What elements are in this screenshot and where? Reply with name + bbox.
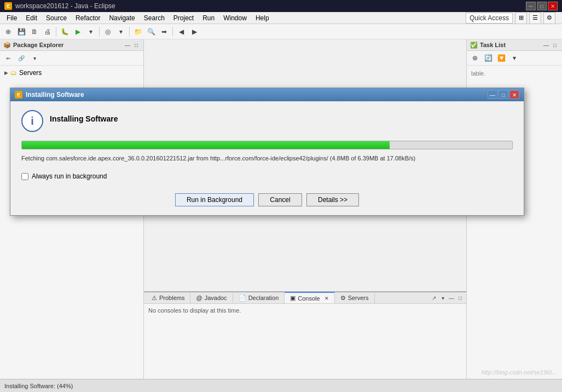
package-explorer-icon: 📦: [3, 42, 11, 49]
dialog-minimize-button[interactable]: —: [488, 90, 497, 99]
checkbox-row: Always run in background: [21, 172, 513, 180]
dialog-close-button[interactable]: ✕: [509, 90, 519, 99]
dialog-maximize-button[interactable]: □: [499, 90, 508, 99]
dialog-body: i Installing Software Fetching com.sales…: [10, 101, 524, 215]
console-options-button[interactable]: ▾: [439, 294, 447, 302]
forward-button[interactable]: ▶: [188, 26, 200, 38]
run-dropdown[interactable]: ▾: [85, 26, 97, 38]
tab-console[interactable]: ▣ Console ✕: [285, 292, 334, 303]
bottom-tab-controls: ↗ ▾ — □: [430, 294, 464, 302]
package-explorer-title: 📦 Package Explorer: [3, 42, 63, 49]
console-close-icon[interactable]: ✕: [325, 296, 329, 301]
javadoc-icon: @: [196, 295, 202, 301]
menu-project[interactable]: Project: [169, 13, 198, 23]
window-title: workspace201612 - Java - Eclipse: [15, 2, 115, 10]
coverage-button[interactable]: ◎: [102, 26, 114, 38]
servers-tree-item[interactable]: ▶ 🗂 Servers: [2, 68, 141, 78]
installing-software-dialog: E Installing Software — □ ✕ i Installing…: [10, 88, 524, 216]
declaration-icon: 📄: [239, 295, 246, 302]
filter-button[interactable]: 🔽: [495, 52, 507, 64]
view-menu-button[interactable]: ⚙: [543, 12, 555, 24]
open-perspective-button[interactable]: ⊞: [515, 12, 527, 24]
dialog-app-icon: E: [15, 91, 22, 99]
minimize-task-button[interactable]: —: [542, 41, 550, 49]
collapse-all-button[interactable]: ⇐: [2, 52, 14, 64]
next-button[interactable]: ➡: [158, 26, 170, 38]
app-icon: E: [4, 2, 12, 10]
main-toolbar: ⊕ 💾 🗎 🖨 🐛 ▶ ▾ ◎ ▾ 📁 🔍 ➡ ◀ ▶: [0, 24, 562, 39]
back-button[interactable]: ◀: [175, 26, 187, 38]
always-run-checkbox[interactable]: [21, 173, 28, 180]
maximize-task-button[interactable]: □: [551, 41, 559, 49]
menu-search[interactable]: Search: [140, 13, 169, 23]
bottom-panel: ⚠ Problems @ Javadoc 📄 Declaration ▣ Con…: [144, 291, 466, 379]
status-bar: Installing Software: (44%) http://blog.c…: [0, 379, 562, 392]
maximize-bottom-button[interactable]: □: [456, 294, 464, 302]
info-icon: i: [21, 110, 43, 132]
maximize-panel-button[interactable]: □: [132, 41, 140, 49]
dialog-title-text: Installing Software: [26, 91, 84, 99]
close-button[interactable]: ✕: [548, 2, 558, 10]
menu-help[interactable]: Help: [251, 13, 274, 23]
menu-file[interactable]: File: [2, 13, 21, 23]
open-console-button[interactable]: ↗: [430, 294, 438, 302]
tab-servers[interactable]: ⚙ Servers: [335, 293, 375, 303]
console-empty-message: No consoles to display at this time.: [148, 307, 241, 314]
new-task-button[interactable]: ⊕: [469, 52, 481, 64]
problems-label: Problems: [159, 295, 184, 301]
servers-label: Servers: [19, 69, 42, 77]
print-button[interactable]: 🖨: [42, 26, 54, 38]
save-button[interactable]: 💾: [15, 26, 27, 38]
customize-button[interactable]: ☰: [529, 12, 541, 24]
javadoc-label: Javadoc: [205, 295, 227, 301]
quick-access-field[interactable]: Quick Access: [466, 13, 513, 24]
minimize-bottom-button[interactable]: —: [448, 294, 455, 302]
details-button[interactable]: Details >>: [306, 193, 359, 206]
cancel-button[interactable]: Cancel: [258, 193, 302, 206]
minimize-button[interactable]: ─: [526, 2, 536, 10]
search-button[interactable]: 🔍: [145, 26, 157, 38]
run-in-background-button[interactable]: Run in Background: [175, 193, 254, 206]
servers-bottom-icon: ⚙: [340, 295, 346, 302]
sync-button[interactable]: 🔄: [482, 52, 494, 64]
servers-folder-icon: 🗂: [10, 69, 17, 77]
task-menu-button[interactable]: ▾: [508, 52, 520, 64]
view-menu-panel-button[interactable]: ▾: [28, 52, 40, 64]
debug-button[interactable]: 🐛: [59, 26, 71, 38]
task-list-controls: — □: [542, 41, 559, 49]
menu-run[interactable]: Run: [198, 13, 219, 23]
checkbox-label: Always run in background: [32, 172, 107, 180]
dialog-window-controls: — □ ✕: [488, 90, 519, 99]
open-file-button[interactable]: 📁: [132, 26, 144, 38]
menu-source[interactable]: Source: [42, 13, 71, 23]
toolbar-sep-2: [99, 27, 100, 37]
save-all-button[interactable]: 🗎: [28, 26, 40, 38]
tab-problems[interactable]: ⚠ Problems: [146, 293, 190, 303]
menu-edit[interactable]: Edit: [21, 13, 42, 23]
run-button[interactable]: ▶: [72, 26, 84, 38]
menu-refactor[interactable]: Refactor: [71, 13, 105, 23]
new-button[interactable]: ⊕: [2, 26, 14, 38]
package-explorer-toolbar: ⇐ 🔗 ▾: [0, 51, 143, 66]
declaration-label: Declaration: [248, 295, 279, 301]
dialog-titlebar: E Installing Software — □ ✕: [10, 88, 524, 101]
menu-window[interactable]: Window: [219, 13, 251, 23]
tab-declaration[interactable]: 📄 Declaration: [233, 293, 285, 303]
servers-bottom-label: Servers: [348, 295, 369, 301]
task-list-title: ✅ Task List: [470, 42, 506, 49]
tree-arrow-icon: ▶: [4, 70, 8, 76]
dialog-header: i Installing Software: [21, 110, 513, 132]
bottom-tabs-bar: ⚠ Problems @ Javadoc 📄 Declaration ▣ Con…: [144, 292, 466, 304]
toolbar-sep-3: [129, 27, 130, 37]
panel-controls: — □: [124, 41, 140, 49]
coverage-dropdown[interactable]: ▾: [115, 26, 127, 38]
minimize-panel-button[interactable]: —: [124, 41, 131, 49]
link-with-editor-button[interactable]: 🔗: [15, 52, 27, 64]
tab-javadoc[interactable]: @ Javadoc: [190, 293, 233, 303]
package-explorer-header: 📦 Package Explorer — □: [0, 39, 143, 51]
menu-navigate[interactable]: Navigate: [105, 13, 139, 23]
maximize-button[interactable]: □: [537, 2, 547, 10]
task-list-icon: ✅: [470, 42, 478, 49]
status-text: Installing Software: (44%): [4, 383, 73, 389]
menu-bar: File Edit Source Refactor Navigate Searc…: [0, 12, 562, 24]
